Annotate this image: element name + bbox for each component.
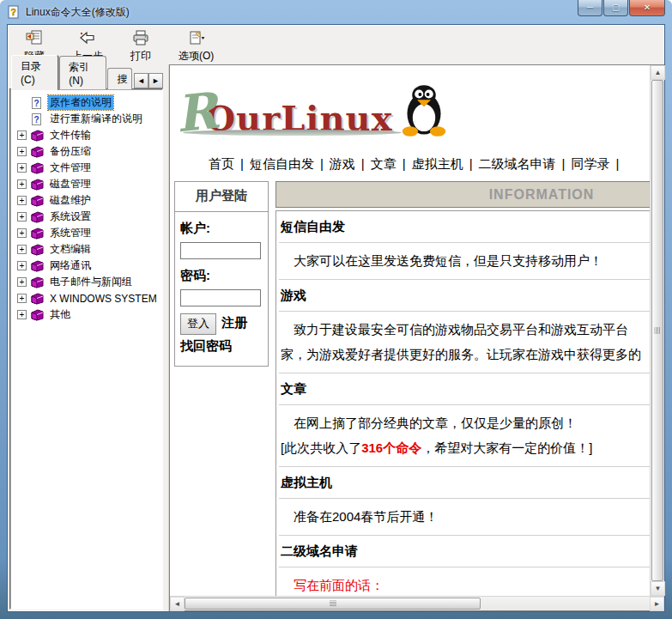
expand-plus-icon[interactable]: +	[17, 261, 27, 270]
nav-link[interactable]: 同学录	[571, 156, 609, 171]
tab-row: 目录(C) 索引(N) 搜 ◄ ►	[9, 68, 163, 89]
tree-item-label[interactable]: 网络通讯	[48, 258, 93, 273]
back-arrow-icon	[79, 30, 96, 48]
account-label: 帐户:	[180, 221, 263, 237]
info-text-line: 在网上摘了部分经典的文章，仅仅是少量的原创！	[281, 410, 650, 435]
tree-item-label[interactable]: 文档编辑	[48, 242, 93, 257]
info-text-line: 家，为游戏爱好者提供更好的服务。让玩家在游戏中获得更多的	[281, 342, 650, 367]
expand-plus-icon[interactable]: +	[17, 245, 27, 254]
tree-item-label[interactable]: 磁盘维护	[48, 193, 93, 208]
svg-text:?: ?	[10, 7, 16, 17]
expand-plus-icon[interactable]: +	[17, 179, 27, 189]
nav-link[interactable]: 首页	[209, 156, 234, 171]
nav-link[interactable]: 游戏	[330, 156, 355, 171]
book-icon	[30, 293, 44, 305]
expand-plus-icon[interactable]: +	[17, 310, 27, 319]
printer-icon	[132, 30, 149, 48]
account-input[interactable]	[180, 242, 261, 259]
nav-link[interactable]: 二级域名申请	[479, 156, 556, 171]
tree-item[interactable]: +文件管理	[17, 160, 160, 176]
tree-item[interactable]: +文档编辑	[17, 241, 160, 258]
toolbar-button-label: 打印	[130, 49, 151, 64]
book-icon	[30, 309, 44, 321]
tab-index[interactable]: 索引(N)	[59, 56, 106, 89]
expand-plus-icon[interactable]: +	[17, 130, 27, 140]
horizontal-scroll-thumb[interactable]	[185, 598, 481, 610]
nav-separator: |	[463, 156, 479, 171]
highlighted-text: 316个命令	[361, 440, 421, 455]
tree-item[interactable]: ?原作者的说明	[17, 94, 160, 111]
scroll-up-button[interactable]: ▲	[651, 65, 665, 80]
tree-item[interactable]: +其他	[17, 306, 160, 323]
expand-plus-icon[interactable]: +	[17, 294, 27, 303]
tree-item-label[interactable]: 备份压缩	[48, 144, 93, 159]
password-input[interactable]	[180, 289, 261, 306]
scroll-down-button[interactable]: ▼	[651, 581, 665, 596]
login-button[interactable]: 登入	[180, 313, 216, 335]
info-section-title: 二级域名申请	[279, 536, 650, 567]
pane-splitter[interactable]	[163, 64, 169, 611]
minimize-icon: ─	[587, 3, 593, 12]
tree-item-label[interactable]: 其他	[48, 307, 72, 322]
nav-link[interactable]: 短信自由发	[250, 156, 314, 171]
expand-plus-icon[interactable]: +	[17, 212, 27, 222]
arrow-left-icon: ◄	[137, 76, 145, 85]
tree-item[interactable]: +电子邮件与新闻组	[17, 274, 160, 290]
tree-item[interactable]: +X WINDOWS SYSTEM	[17, 290, 160, 306]
tree-item-label[interactable]: 原作者的说明	[48, 95, 113, 110]
book-icon	[30, 260, 44, 272]
close-button[interactable]: ✕	[629, 0, 665, 16]
scroll-left-button[interactable]: ◄	[170, 597, 185, 611]
horizontal-scrollbar[interactable]: ◄ ►	[170, 596, 664, 610]
scroll-right-button[interactable]: ►	[650, 597, 664, 611]
tree-item[interactable]: +系统设置	[17, 209, 160, 225]
titlebar[interactable]: ? Linux命令大全(修改版) ─ ▢ ✕	[0, 0, 672, 24]
tree-item[interactable]: +文件传输	[17, 127, 160, 143]
nav-link[interactable]: 虚拟主机	[412, 156, 463, 171]
info-text-line: 准备在2004春节后开通！	[281, 504, 650, 529]
tree-item[interactable]: +网络通讯	[17, 258, 160, 274]
tree-item-label[interactable]: 进行重新编译的说明	[48, 112, 144, 126]
print-toolbar-button[interactable]: 打印	[121, 27, 160, 65]
expand-plus-icon[interactable]: +	[17, 163, 27, 173]
maximize-button[interactable]: ▢	[603, 0, 628, 16]
info-section-title: 虚拟主机	[279, 467, 650, 499]
tree-item-label[interactable]: 磁盘管理	[48, 177, 93, 191]
options-toolbar-button[interactable]: 选项(O)	[173, 27, 220, 65]
info-text-line: [此次共收入了316个命令，希望对大家有一定的价值！]	[281, 435, 650, 460]
info-text: [此次共收入了	[281, 440, 361, 455]
tree-item[interactable]: +磁盘维护	[17, 192, 160, 209]
expand-plus-icon[interactable]: +	[17, 147, 27, 156]
expand-plus-icon[interactable]: +	[17, 196, 27, 205]
information-table: 短信自由发 大家可以在这里发送免费短信，但是只支持移动用户！游戏 致力于建设最安…	[275, 210, 650, 596]
tab-search[interactable]: 搜	[107, 68, 132, 89]
expand-plus-icon[interactable]: +	[17, 277, 27, 287]
tree-item[interactable]: +磁盘管理	[17, 176, 160, 192]
tree-item-label[interactable]: 文件管理	[48, 161, 93, 175]
tab-contents[interactable]: 目录(C)	[11, 55, 58, 90]
scroll-grip-icon	[330, 601, 336, 607]
site-logo: R OurLinux	[176, 81, 650, 137]
book-icon	[30, 146, 44, 158]
scroll-left-icon: ◄	[174, 600, 181, 608]
tab-scroll-left-button[interactable]: ◄	[134, 73, 148, 88]
info-section-title: 游戏	[279, 280, 650, 312]
minimize-button[interactable]: ─	[578, 0, 602, 16]
tree-item[interactable]: ?进行重新编译的说明	[17, 111, 160, 127]
vertical-scroll-thumb[interactable]	[651, 80, 663, 581]
nav-link[interactable]: 文章	[371, 156, 397, 171]
tab-scroll-right-button[interactable]: ►	[148, 73, 163, 88]
tree-item-label[interactable]: 系统设置	[48, 209, 93, 224]
vertical-scrollbar[interactable]: ▲ ▼	[650, 65, 664, 596]
tree-item-label[interactable]: 文件传输	[48, 128, 93, 143]
expand-plus-icon[interactable]: +	[17, 228, 27, 238]
tree-item-label[interactable]: 系统管理	[48, 226, 93, 240]
tree-item-label[interactable]: 电子邮件与新闻组	[48, 275, 134, 289]
help-topic-icon: ?	[30, 113, 44, 125]
book-icon	[30, 179, 44, 191]
information-panel: INFORMATION 短信自由发 大家可以在这里发送免费短信，但是只支持移动用…	[275, 181, 650, 596]
tree-item[interactable]: +系统管理	[17, 225, 160, 241]
scroll-track[interactable]	[481, 597, 650, 610]
tree-item-label[interactable]: X WINDOWS SYSTEM	[48, 293, 159, 305]
tree-item[interactable]: +备份压缩	[17, 143, 160, 160]
